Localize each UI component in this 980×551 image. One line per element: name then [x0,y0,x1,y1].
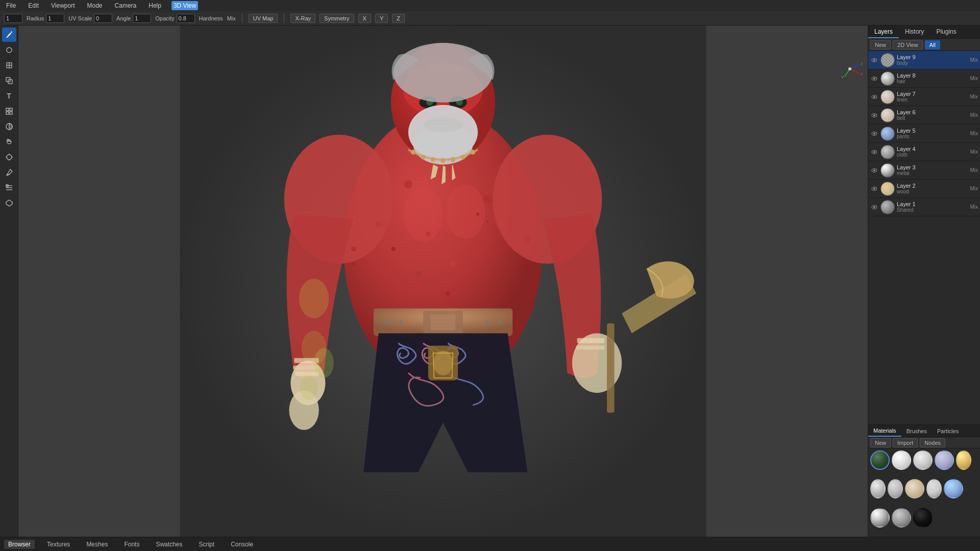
layers-all-btn[interactable]: All [925,40,940,49]
dropper-tool[interactable] [2,165,16,180]
uv-map-btn[interactable]: UV Map [249,14,278,23]
layer-visibility-icon[interactable] [870,111,878,119]
layer-thumbnail [880,108,895,122]
tab-materials[interactable]: Materials [868,425,901,437]
brush-number-input[interactable] [4,14,22,23]
menu-edit[interactable]: Edit [26,1,41,10]
layers-2dview-btn[interactable]: 2D View [893,40,923,49]
transform-tool[interactable] [2,150,16,164]
svg-line-82 [850,69,860,74]
svg-marker-20 [6,200,12,206]
tab-particles[interactable]: Particles [932,426,964,436]
svg-rect-7 [10,108,12,111]
material-swatch[interactable] [892,450,911,470]
material-swatch[interactable] [892,508,911,528]
svg-text:Y: Y [841,75,844,80]
x-btn[interactable]: X [358,14,371,23]
light-tool[interactable] [2,119,16,134]
material-swatch[interactable] [870,450,890,470]
tab-brushes[interactable]: Brushes [901,426,932,436]
radius-input[interactable] [46,14,64,23]
material-swatch[interactable] [870,479,886,498]
tab-history[interactable]: History [899,26,930,38]
viewport[interactable]: Z X Y [18,26,868,537]
layer-visibility-icon[interactable] [870,130,878,138]
z-btn[interactable]: Z [392,14,405,23]
uv-scale-input[interactable] [94,14,112,23]
material-swatch[interactable] [926,479,942,498]
svg-point-89 [874,59,875,61]
uv-tool[interactable] [2,196,16,210]
tab-textures[interactable]: Textures [43,540,74,549]
svg-point-32 [351,246,356,252]
layer-thumbnail [880,182,895,196]
layer-item[interactable]: Layer 9 body Mix [868,51,980,69]
svg-rect-9 [10,112,12,114]
layer-item[interactable]: Layer 5 pants Mix [868,124,980,143]
layer-list-tool[interactable] [2,181,16,195]
svg-point-75 [391,247,396,251]
menu-viewport[interactable]: Viewport [49,1,77,10]
layers-new-btn[interactable]: New [870,40,891,49]
tab-swatches[interactable]: Swatches [152,540,186,549]
material-swatch[interactable] [913,450,933,470]
layer-visibility-icon[interactable] [870,203,878,211]
materials-section: Materials Brushes Particles New Import N… [868,424,980,537]
material-swatch[interactable] [913,508,933,528]
layer-item[interactable]: Layer 4 cloth Mix [868,143,980,161]
layer-item[interactable]: Layer 1 Shared Mix [868,198,980,216]
layer-item[interactable]: Layer 6 belt Mix [868,106,980,124]
layer-visibility-icon[interactable] [870,185,878,193]
tab-layers[interactable]: Layers [868,26,899,38]
y-btn[interactable]: Y [375,14,388,23]
svg-point-58 [386,320,390,324]
tab-script[interactable]: Script [194,540,218,549]
layer-visibility-icon[interactable] [870,56,878,64]
tab-fonts[interactable]: Fonts [120,540,143,549]
stamp-tool[interactable] [2,58,16,72]
layer-visibility-icon[interactable] [870,93,878,101]
tab-meshes[interactable]: Meshes [82,540,112,549]
material-swatch[interactable] [935,450,954,470]
layer-item[interactable]: Layer 2 wood Mix [868,180,980,198]
svg-text:Z: Z [861,62,863,66]
paint-brush-tool[interactable] [2,28,16,42]
symmetry-btn[interactable]: Symmetry [320,14,354,23]
layer-type: hair [897,79,968,84]
menu-help[interactable]: Help [146,1,163,10]
material-swatch[interactable] [956,450,971,470]
material-swatch[interactable] [870,508,890,528]
materials-import-btn[interactable]: Import [893,438,918,447]
svg-rect-72 [576,345,604,349]
material-swatch[interactable] [888,479,903,498]
layer-item[interactable]: Layer 3 metal Mix [868,161,980,180]
menu-3dview[interactable]: 3D View [172,1,198,10]
svg-point-91 [874,78,875,79]
grab-tool[interactable] [2,135,16,149]
material-swatch[interactable] [944,479,963,498]
material-swatch[interactable] [905,479,924,498]
layer-type: Shared [897,207,968,213]
materials-nodes-btn[interactable]: Nodes [920,438,945,447]
layer-visibility-icon[interactable] [870,148,878,156]
clone-tool[interactable] [2,73,16,88]
angle-input[interactable] [133,14,151,23]
grid-tool[interactable] [2,104,16,118]
layer-visibility-icon[interactable] [870,74,878,83]
xray-btn[interactable]: X-Ray [290,14,315,23]
tab-browser[interactable]: Browser [4,540,35,549]
opacity-input[interactable] [177,14,195,23]
menu-file[interactable]: File [4,1,18,10]
selection-tool[interactable] [2,43,16,57]
tab-console[interactable]: Console [227,540,257,549]
tab-plugins[interactable]: Plugins [930,26,962,38]
layer-item[interactable]: Layer 8 hair Mix [868,69,980,88]
menu-camera[interactable]: Camera [113,1,139,10]
right-panel: Layers History Plugins New 2D View All L… [868,26,980,537]
layer-visibility-icon[interactable] [870,166,878,174]
menu-mode[interactable]: Mode [85,1,105,10]
svg-point-77 [516,253,519,256]
text-tool[interactable]: T [2,89,16,103]
layer-item[interactable]: Layer 7 linen Mix [868,88,980,106]
materials-new-btn[interactable]: New [870,438,891,447]
